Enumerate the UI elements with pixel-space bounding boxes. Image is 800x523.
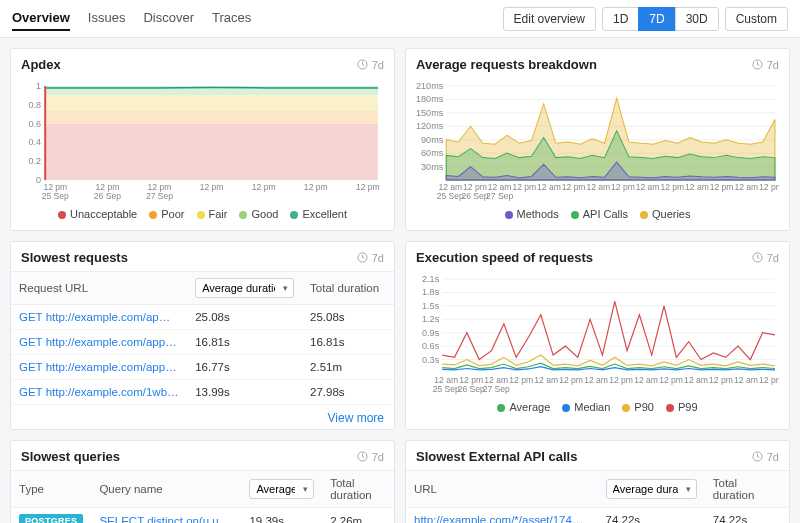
- query-name-link[interactable]: SELECT distinct on(u.uni...: [91, 508, 241, 524]
- svg-text:0.3s: 0.3s: [422, 355, 440, 365]
- slowest-requests-table: Request URL Average duration Total durat…: [11, 271, 394, 405]
- col-total: Total duration: [705, 471, 789, 508]
- tab-discover[interactable]: Discover: [143, 6, 194, 31]
- exec-speed-legend: AverageMedianP90P99: [416, 395, 779, 415]
- table-row: http://example.com/*/asset/1749749435?lo…: [406, 508, 789, 524]
- top-bar: OverviewIssuesDiscoverTraces Edit overvi…: [0, 0, 800, 38]
- col-avg-duration-select[interactable]: Average duration: [187, 272, 302, 305]
- range-7d-button[interactable]: 7D: [638, 7, 675, 31]
- col-avg-duration-select[interactable]: Average duration: [598, 471, 705, 508]
- svg-rect-4: [45, 89, 378, 96]
- legend-item[interactable]: Average: [497, 401, 550, 413]
- edit-overview-button[interactable]: Edit overview: [503, 7, 596, 31]
- svg-text:12 am: 12 am: [684, 375, 708, 385]
- panel-meta: 7d: [357, 451, 384, 463]
- legend-item[interactable]: API Calls: [571, 208, 628, 220]
- svg-text:12 am: 12 am: [634, 375, 658, 385]
- col-total: Total duration: [302, 272, 394, 305]
- panel-title: Execution speed of requests: [416, 250, 593, 265]
- svg-text:12 pm: 12 pm: [759, 375, 779, 385]
- svg-text:120ms: 120ms: [416, 121, 444, 131]
- panel-title: Apdex: [21, 57, 61, 72]
- legend-item[interactable]: P90: [622, 401, 654, 413]
- request-url-link[interactable]: GET http://example.com/applicatio...: [11, 330, 187, 355]
- svg-text:0.2: 0.2: [29, 156, 42, 166]
- svg-text:0: 0: [36, 175, 41, 185]
- clock-icon: [752, 451, 763, 462]
- svg-text:12 pm: 12 pm: [512, 182, 536, 192]
- svg-text:0.9s: 0.9s: [422, 328, 440, 338]
- range-30d-button[interactable]: 30D: [675, 7, 719, 31]
- request-url-link[interactable]: GET http://example.com/applicatio...: [11, 355, 187, 380]
- col-type: Type: [11, 471, 91, 508]
- table-row: GET http://example.com/applicatio...16.8…: [11, 330, 394, 355]
- svg-text:25 Sep: 25 Sep: [433, 384, 460, 394]
- panel-meta: 7d: [752, 252, 779, 264]
- avg-breakdown-chart[interactable]: 30ms60ms90ms120ms150ms180ms210ms12 am25 …: [416, 82, 779, 202]
- col-query: Query name: [91, 471, 241, 508]
- legend-item[interactable]: P99: [666, 401, 698, 413]
- svg-text:0.4: 0.4: [29, 137, 42, 147]
- svg-text:1.8s: 1.8s: [422, 287, 440, 297]
- svg-text:12 pm: 12 pm: [200, 182, 224, 192]
- avg-breakdown-legend: MethodsAPI CallsQueries: [416, 202, 779, 222]
- panel-meta: 7d: [357, 59, 384, 71]
- table-row: POSTGRESSELECT distinct on(u.uni...19.39…: [11, 508, 394, 524]
- api-url-link[interactable]: http://example.com/*/asset/1749749435?lo…: [406, 508, 598, 524]
- time-range-controls: Edit overview 1D7D30D Custom: [503, 7, 788, 31]
- svg-text:210ms: 210ms: [416, 82, 444, 91]
- svg-text:12 pm: 12 pm: [709, 375, 733, 385]
- range-custom-button[interactable]: Custom: [725, 7, 788, 31]
- svg-text:26 Sep: 26 Sep: [461, 191, 488, 201]
- panel-slowest-queries: Slowest queries 7d Type Query name Avera…: [10, 440, 395, 523]
- panel-slowest-api: Slowest External API calls 7d URL Averag…: [405, 440, 790, 523]
- legend-item[interactable]: Fair: [197, 208, 228, 220]
- view-more-link[interactable]: View more: [11, 405, 394, 429]
- svg-text:12 pm: 12 pm: [252, 182, 276, 192]
- legend-item[interactable]: Excellent: [290, 208, 347, 220]
- svg-text:27 Sep: 27 Sep: [486, 191, 513, 201]
- exec-speed-chart[interactable]: 0.3s0.6s0.9s1.2s1.5s1.8s2.1s12 am25 Sep1…: [416, 275, 779, 395]
- svg-text:12 am: 12 am: [584, 375, 608, 385]
- svg-text:12 pm: 12 pm: [659, 375, 683, 385]
- col-total: Total duration: [322, 471, 394, 508]
- svg-text:12 pm: 12 pm: [562, 182, 586, 192]
- legend-item[interactable]: Unacceptable: [58, 208, 137, 220]
- svg-text:12 pm: 12 pm: [611, 182, 635, 192]
- clock-icon: [752, 59, 763, 70]
- clock-icon: [357, 59, 368, 70]
- svg-text:2.1s: 2.1s: [422, 275, 440, 284]
- legend-item[interactable]: Good: [239, 208, 278, 220]
- svg-text:1.2s: 1.2s: [422, 314, 440, 324]
- panel-title: Slowest queries: [21, 449, 120, 464]
- svg-text:12 pm: 12 pm: [509, 375, 533, 385]
- apdex-chart[interactable]: 00.20.40.60.8112 pm25 Sep12 pm26 Sep12 p…: [21, 82, 384, 202]
- col-url: Request URL: [11, 272, 187, 305]
- panel-meta: 7d: [357, 252, 384, 264]
- nav-tabs: OverviewIssuesDiscoverTraces: [12, 6, 251, 31]
- svg-text:0.6s: 0.6s: [422, 341, 440, 351]
- svg-text:12 am: 12 am: [586, 182, 610, 192]
- col-avg-duration-select[interactable]: Average duration: [241, 471, 322, 508]
- svg-text:12 pm: 12 pm: [559, 375, 583, 385]
- tab-issues[interactable]: Issues: [88, 6, 126, 31]
- tab-traces[interactable]: Traces: [212, 6, 251, 31]
- legend-item[interactable]: Poor: [149, 208, 184, 220]
- legend-item[interactable]: Methods: [505, 208, 559, 220]
- legend-item[interactable]: Queries: [640, 208, 691, 220]
- db-type-badge: POSTGRES: [19, 514, 83, 523]
- panel-slowest-requests: Slowest requests 7d Request URL Average …: [10, 241, 395, 430]
- svg-rect-2: [45, 110, 378, 124]
- panel-exec-speed: Execution speed of requests 7d 0.3s0.6s0…: [405, 241, 790, 430]
- svg-text:25 Sep: 25 Sep: [42, 191, 69, 201]
- panel-meta: 7d: [752, 59, 779, 71]
- svg-text:12 am: 12 am: [636, 182, 660, 192]
- legend-item[interactable]: Median: [562, 401, 610, 413]
- tab-overview[interactable]: Overview: [12, 6, 70, 31]
- panel-title: Average requests breakdown: [416, 57, 597, 72]
- request-url-link[interactable]: GET http://example.com/apm/1xp...: [11, 305, 187, 330]
- range-1d-button[interactable]: 1D: [602, 7, 639, 31]
- svg-text:12 pm: 12 pm: [660, 182, 684, 192]
- svg-text:12 pm: 12 pm: [759, 182, 779, 192]
- request-url-link[interactable]: GET http://example.com/1wbomx9...: [11, 380, 187, 405]
